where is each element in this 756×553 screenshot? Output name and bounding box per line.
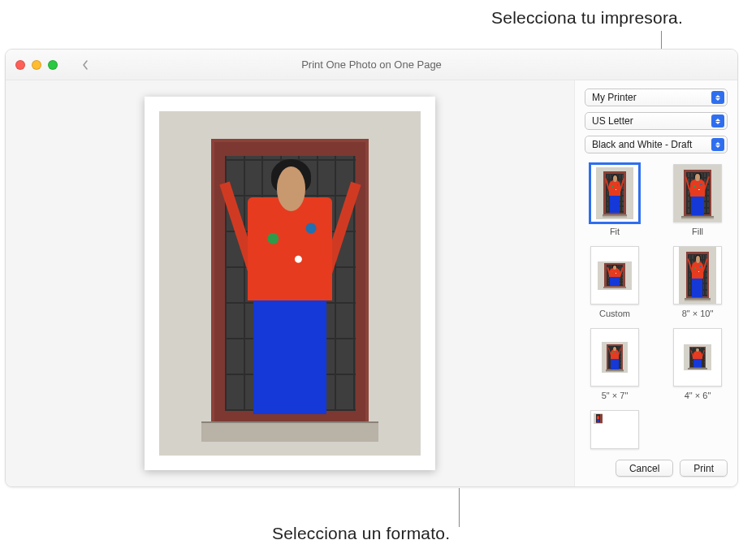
format-thumbnail — [590, 246, 639, 305]
updown-icon — [711, 114, 724, 127]
format-option-5x7[interactable]: 5" × 7" — [585, 328, 645, 400]
format-option-fit[interactable]: Fit — [585, 164, 645, 236]
print-preview-area — [6, 80, 575, 486]
format-thumbnail — [673, 328, 722, 387]
format-label: Custom — [599, 309, 630, 318]
format-option-custom[interactable]: Custom — [585, 246, 645, 318]
paper-size-select[interactable]: US Letter — [585, 112, 728, 130]
dialog-content: My Printer US Letter Black and White - D… — [6, 80, 737, 486]
format-option-fill[interactable]: Fill — [667, 164, 728, 236]
callout-select-printer: Selecciona tu impresora. — [491, 8, 683, 28]
paper-size-value: US Letter — [592, 115, 633, 127]
printer-select[interactable]: My Printer — [585, 89, 728, 106]
callout-select-format: Selecciona un formato. — [272, 524, 450, 543]
printer-select-value: My Printer — [592, 92, 637, 103]
updown-icon — [711, 91, 724, 104]
print-options-sidebar: My Printer US Letter Black and White - D… — [575, 80, 737, 486]
format-thumbnail — [673, 164, 722, 222]
quality-select[interactable]: Black and White - Draft — [585, 136, 728, 153]
print-button[interactable]: Print — [680, 460, 728, 477]
callout-line — [459, 488, 460, 527]
format-thumbnail — [590, 328, 639, 387]
format-thumbnail — [590, 410, 639, 449]
dialog-buttons: Cancel Print — [585, 460, 728, 477]
window-controls — [15, 60, 58, 70]
zoom-window-button[interactable] — [48, 60, 58, 70]
format-label: Fit — [610, 227, 620, 236]
close-window-button[interactable] — [15, 60, 25, 70]
format-label: Fill — [692, 227, 703, 236]
format-option-4x6[interactable]: 4" × 6" — [667, 328, 728, 400]
window-title: Print One Photo on One Page — [6, 58, 737, 71]
quality-select-value: Black and White - Draft — [592, 139, 692, 150]
print-preview-page — [145, 97, 435, 470]
format-label: 4" × 6" — [685, 391, 711, 400]
preview-photo — [159, 111, 421, 456]
back-button[interactable] — [77, 57, 93, 73]
format-option-contact-sheet[interactable] — [585, 410, 645, 453]
format-label: 8" × 10" — [682, 309, 714, 318]
titlebar: Print One Photo on One Page — [6, 50, 737, 80]
format-label: 5" × 7" — [602, 391, 629, 400]
format-option-8x10[interactable]: 8" × 10" — [667, 246, 728, 318]
format-thumbnail — [590, 164, 639, 222]
minimize-window-button[interactable] — [32, 60, 41, 70]
cancel-button[interactable]: Cancel — [616, 460, 673, 477]
updown-icon — [711, 138, 724, 151]
format-grid: Fit Fill Custom — [585, 164, 728, 453]
print-dialog-window: Print One Photo on One Page My — [5, 49, 738, 487]
format-thumbnail — [673, 246, 722, 305]
